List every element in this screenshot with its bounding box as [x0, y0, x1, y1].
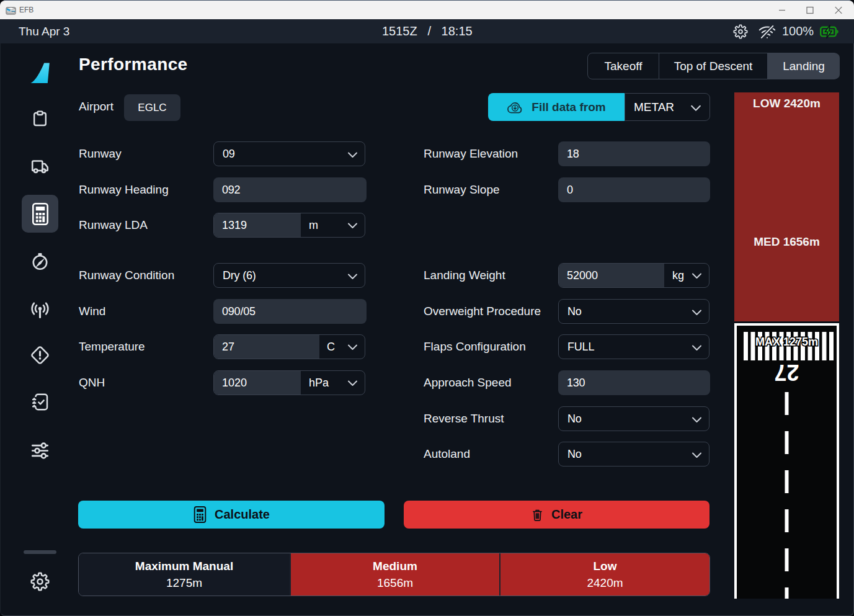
svg-text:27: 27	[774, 360, 799, 385]
svg-text:MAX 1275m: MAX 1275m	[755, 336, 818, 348]
